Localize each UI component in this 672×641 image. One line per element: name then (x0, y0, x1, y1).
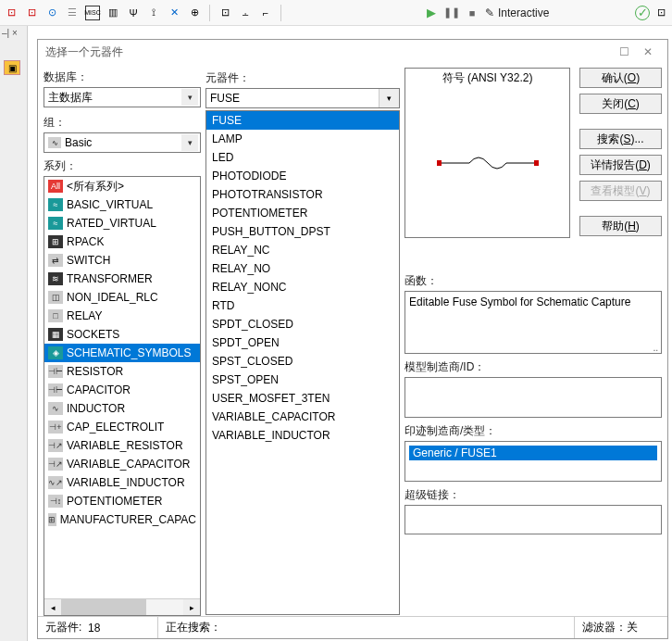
interactive-mode[interactable]: ✎ Interactive (485, 6, 549, 19)
family-item[interactable]: ≈BASIC_VIRTUAL (44, 195, 200, 214)
component-item[interactable]: VARIABLE_CAPACITOR (206, 408, 399, 426)
symbol-label: 符号 (ANSI Y32.2) (405, 69, 569, 88)
component-listbox[interactable]: FUSELAMPLEDPHOTODIODEPHOTOTRANSISTORPOTE… (205, 110, 400, 615)
component-item[interactable]: SPST_OPEN (206, 371, 399, 389)
family-item[interactable]: ⊞RPACK (44, 233, 200, 251)
tb-icon-6[interactable]: ▥ (106, 6, 120, 20)
component-item[interactable]: RTD (206, 296, 399, 315)
family-item[interactable]: ⊣+CAP_ELECTROLIT (44, 418, 200, 436)
hscrollbar[interactable]: ◂ ▸ (44, 598, 200, 615)
family-icon: ⇄ (48, 254, 63, 267)
family-item[interactable]: ⊣↗VARIABLE_CAPACITOR (44, 455, 200, 473)
function-box: Editable Fuse Symbol for Schematic Captu… (404, 291, 662, 354)
family-item[interactable]: ⇄SWITCH (44, 251, 200, 270)
component-item[interactable]: RELAY_NO (206, 259, 399, 278)
family-item[interactable]: ⊣↕POTENTIOMETER (44, 492, 200, 510)
function-label: 函数： (404, 273, 662, 289)
tb-icon-10[interactable]: ⊕ (187, 6, 202, 20)
component-picker-dialog: 选择一个元器件 ☐ ✕ 数据库： 主数据库 ▾ 组： ∿ Basic ▾ 系列： (37, 39, 668, 639)
component-item[interactable]: LED (206, 148, 399, 167)
component-item[interactable]: PHOTODIODE (206, 167, 399, 185)
family-item[interactable]: ⊣⊢CAPACITOR (44, 381, 200, 399)
ok-button[interactable]: 确认(O) (579, 68, 662, 88)
stop-icon[interactable]: ■ (465, 6, 479, 20)
help-button[interactable]: 帮助(H) (579, 216, 662, 236)
filter-icon[interactable]: ▾ (379, 89, 399, 107)
family-item[interactable]: ∿INDUCTOR (44, 399, 200, 418)
family-item[interactable]: All<所有系列> (44, 177, 200, 195)
search-button[interactable]: 搜索(S)... (579, 129, 662, 149)
component-item[interactable]: FUSE (206, 111, 399, 130)
tb-icon-r1[interactable]: ⊡ (653, 6, 668, 20)
family-label: CAPACITOR (67, 383, 131, 396)
family-item[interactable]: ◈SCHEMATIC_SYMBOLS (44, 344, 200, 362)
component-item[interactable]: POTENTIOMETER (206, 204, 399, 222)
family-label: RELAY (67, 309, 102, 322)
database-combo[interactable]: 主数据库 ▾ (44, 87, 201, 107)
family-item[interactable]: ▦SOCKETS (44, 325, 200, 344)
maximize-icon[interactable]: ☐ (612, 43, 636, 61)
tb-icon-12[interactable]: ⫠ (238, 6, 253, 20)
hyperlink-box[interactable] (404, 505, 662, 534)
family-label: BASIC_VIRTUAL (67, 198, 153, 211)
tb-icon-3[interactable]: ⊙ (44, 6, 59, 20)
family-label: VARIABLE_INDUCTOR (67, 476, 185, 489)
component-input[interactable] (206, 89, 379, 107)
tb-icon-11[interactable]: ⊡ (218, 6, 232, 20)
family-icon: ∿↗ (48, 476, 63, 489)
database-value: 主数据库 (48, 90, 93, 106)
family-label: SCHEMATIC_SYMBOLS (67, 346, 191, 359)
model-label: 模型制造商/ID： (404, 359, 662, 375)
symbol-preview: 符号 (ANSI Y32.2) (404, 68, 570, 238)
family-label: MANUFACTURER_CAPAC (60, 513, 196, 526)
footprint-box[interactable]: Generic / FUSE1 (404, 441, 662, 482)
component-item[interactable]: VARIABLE_INDUCTOR (206, 426, 399, 445)
component-item[interactable]: RELAY_NC (206, 241, 399, 259)
pause-icon[interactable]: ❚❚ (444, 6, 459, 20)
component-item[interactable]: RELAY_NONC (206, 278, 399, 296)
svg-rect-3 (534, 160, 539, 166)
family-item[interactable]: ⊞MANUFACTURER_CAPAC (44, 510, 200, 529)
tb-icon-4[interactable]: ☰ (65, 6, 80, 20)
side-icon[interactable]: ▣ (4, 60, 20, 75)
family-item[interactable]: ⊣↗VARIABLE_RESISTOR (44, 436, 200, 455)
run-icon[interactable]: ▶ (424, 6, 439, 20)
family-icon: ◈ (48, 346, 63, 359)
group-label: 组： (44, 115, 201, 131)
check-icon[interactable]: ✓ (635, 6, 650, 20)
component-item[interactable]: LAMP (206, 130, 399, 148)
family-label: RESISTOR (67, 365, 123, 378)
family-item[interactable]: ≈RATED_VIRTUAL (44, 214, 200, 233)
detail-report-button[interactable]: 详情报告(D) (579, 155, 662, 175)
close-button[interactable]: 关闭(C) (579, 94, 662, 114)
close-icon[interactable]: ✕ (636, 43, 660, 61)
tb-icon-8[interactable]: ⟟ (146, 6, 161, 20)
component-item[interactable]: PHOTOTRANSISTOR (206, 185, 399, 204)
family-listbox[interactable]: All<所有系列>≈BASIC_VIRTUAL≈RATED_VIRTUAL⊞RP… (44, 176, 201, 616)
tb-icon-1[interactable]: ⊡ (4, 6, 19, 20)
tb-icon-13[interactable]: ⌐ (258, 6, 273, 20)
family-item[interactable]: ≋TRANSFORMER (44, 270, 200, 288)
family-item[interactable]: □RELAY (44, 307, 200, 325)
component-item[interactable]: SPDT_CLOSED (206, 315, 399, 333)
family-item[interactable]: ⊣⊢RESISTOR (44, 362, 200, 381)
tb-icon-2[interactable]: ⊡ (24, 6, 39, 20)
dialog-title: 选择一个元器件 (45, 44, 123, 60)
tb-icon-7[interactable]: Ψ (126, 6, 141, 20)
group-value: Basic (65, 136, 92, 149)
component-item[interactable]: USER_MOSFET_3TEN (206, 389, 399, 408)
comp-count-value: 18 (88, 622, 100, 635)
scroll-left-icon[interactable]: ◂ (44, 599, 61, 615)
component-item[interactable]: SPDT_OPEN (206, 333, 399, 352)
group-combo[interactable]: ∿ Basic ▾ (44, 132, 201, 153)
family-icon: ≈ (48, 217, 63, 230)
close-x[interactable]: –| × (0, 26, 27, 40)
family-item[interactable]: ∿↗VARIABLE_INDUCTOR (44, 473, 200, 492)
component-search[interactable]: ▾ (205, 88, 400, 108)
tb-icon-5[interactable]: MISC (85, 6, 100, 20)
component-item[interactable]: SPST_CLOSED (206, 352, 399, 371)
component-item[interactable]: PUSH_BUTTON_DPST (206, 222, 399, 241)
tb-icon-9[interactable]: ✕ (167, 6, 181, 20)
scroll-right-icon[interactable]: ▸ (183, 599, 200, 615)
family-item[interactable]: ◫NON_IDEAL_RLC (44, 288, 200, 307)
